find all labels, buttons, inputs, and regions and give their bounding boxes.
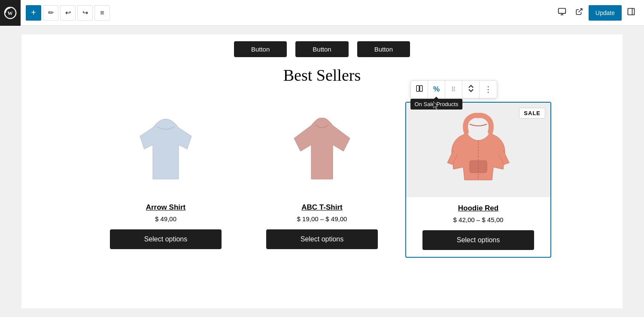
hoodie-red-info: Hoodie Red $ 42,00 – $ 45,00 Select opti… xyxy=(406,197,550,257)
canvas: Button Button Button Best Sellers xyxy=(21,34,623,308)
add-block-button[interactable]: + xyxy=(26,5,41,21)
percent-icon: % xyxy=(433,85,440,94)
products-grid: Arrow Shirt $ 49,00 Select options xyxy=(39,102,605,258)
svg-line-3 xyxy=(578,9,582,12)
product-image-arrow-shirt xyxy=(93,102,239,196)
list-icon: ≡ xyxy=(100,9,104,17)
arrow-shirt-name: Arrow Shirt xyxy=(146,203,186,212)
hoodie-red-name: Hoodie Red xyxy=(458,204,498,213)
external-link-icon xyxy=(575,8,583,18)
monitor-view-button[interactable] xyxy=(554,5,570,21)
product-card-abc-tshirt: ABC T-Shirt $ 19,00 – $ 49,00 Select opt… xyxy=(249,102,395,256)
edit-mode-button[interactable]: ✏ xyxy=(43,5,58,21)
arrow-shirt-price: $ 49,00 xyxy=(155,215,176,223)
columns-layout-button[interactable] xyxy=(411,81,428,98)
main-content: Button Button Button Best Sellers xyxy=(0,26,644,317)
chevron-up-down-icon xyxy=(468,85,474,94)
arrow-shirt-image xyxy=(131,110,200,188)
hoodie-red-price: $ 42,00 – $ 45,00 xyxy=(453,216,504,223)
pencil-icon: ✏ xyxy=(48,9,54,17)
undo-button[interactable]: ↩ xyxy=(60,5,76,21)
svg-rect-4 xyxy=(628,9,635,15)
hoodie-red-image xyxy=(444,111,513,189)
columns-icon xyxy=(416,85,423,94)
svg-text:W: W xyxy=(7,10,12,16)
sidebar-icon xyxy=(627,7,635,18)
more-options-icon: ⋮ xyxy=(484,85,492,94)
redo-icon: ↪ xyxy=(82,9,88,17)
top-buttons-row: Button Button Button xyxy=(39,34,605,66)
toolbar-right: Update xyxy=(554,5,639,21)
block-toolbar: % On Sale Products ⠿ xyxy=(410,80,497,98)
editor-toolbar: W + ✏ ↩ ↪ ≡ xyxy=(0,0,644,26)
hoodie-red-select-button[interactable]: Select options xyxy=(422,230,534,250)
svg-rect-2 xyxy=(559,9,566,14)
on-sale-products-button[interactable]: % On Sale Products xyxy=(428,81,445,98)
arrow-shirt-info: Arrow Shirt $ 49,00 Select options xyxy=(93,196,239,256)
abc-tshirt-price: $ 19,00 – $ 49,00 xyxy=(297,215,347,223)
drag-handle-button[interactable]: ⠿ xyxy=(445,81,462,98)
undo-icon: ↩ xyxy=(65,9,71,17)
list-view-button[interactable]: ≡ xyxy=(94,5,110,21)
wp-logo: W xyxy=(0,0,21,26)
abc-tshirt-select-button[interactable]: Select options xyxy=(266,229,378,249)
more-options-button[interactable]: ⋮ xyxy=(480,81,497,98)
sidebar-toggle-button[interactable] xyxy=(623,5,639,21)
product-card-hoodie-red: % On Sale Products ⠿ xyxy=(405,102,551,258)
redo-button[interactable]: ↪ xyxy=(77,5,93,21)
product-card-arrow-shirt: Arrow Shirt $ 49,00 Select options xyxy=(93,102,239,256)
drag-icon: ⠿ xyxy=(451,86,456,93)
top-button-2[interactable]: Button xyxy=(295,41,348,57)
section-title: Best Sellers xyxy=(39,66,605,85)
move-up-down-button[interactable] xyxy=(462,81,480,98)
update-button[interactable]: Update xyxy=(589,5,622,21)
sale-badge: SALE xyxy=(519,108,545,119)
product-image-hoodie-red: SALE xyxy=(406,103,550,197)
svg-rect-7 xyxy=(419,85,422,91)
svg-rect-6 xyxy=(416,85,419,91)
top-button-3[interactable]: Button xyxy=(357,41,410,57)
product-image-abc-tshirt xyxy=(249,102,395,196)
monitor-icon xyxy=(558,7,566,18)
external-link-button[interactable] xyxy=(571,5,587,21)
abc-tshirt-info: ABC T-Shirt $ 19,00 – $ 49,00 Select opt… xyxy=(249,196,395,256)
abc-tshirt-image xyxy=(288,110,356,188)
top-button-1[interactable]: Button xyxy=(234,41,287,57)
arrow-shirt-select-button[interactable]: Select options xyxy=(110,229,222,249)
cursor-pointer xyxy=(433,101,440,110)
abc-tshirt-name: ABC T-Shirt xyxy=(301,203,342,212)
